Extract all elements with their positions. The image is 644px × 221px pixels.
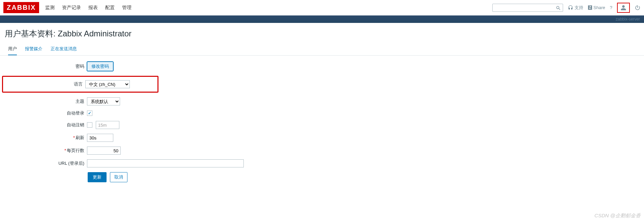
- header-right: 支持 Z Share ?: [492, 3, 641, 13]
- nav-reports[interactable]: 报表: [88, 5, 98, 11]
- label-auto-login: 自动登录: [0, 110, 87, 116]
- row-password: 密码 修改密码: [0, 62, 644, 71]
- search-wrap: [492, 4, 563, 12]
- url-after-login-input[interactable]: [87, 159, 244, 167]
- row-language-highlight: 语言 中文 (zh_CN): [2, 76, 158, 93]
- label-refresh: *刷新: [0, 135, 87, 141]
- headset-icon: [568, 5, 573, 10]
- sub-header-bar: zabbix-server: [0, 15, 644, 23]
- search-input[interactable]: [492, 4, 563, 12]
- cancel-button[interactable]: 取消: [110, 172, 127, 182]
- auto-logout-checkbox[interactable]: [87, 122, 92, 128]
- support-label: 支持: [575, 5, 583, 11]
- update-button[interactable]: 更新: [88, 172, 107, 182]
- refresh-input[interactable]: [87, 134, 113, 142]
- logout-button[interactable]: [635, 5, 641, 11]
- share-link[interactable]: Z Share: [588, 5, 605, 10]
- nav-inventory[interactable]: 资产记录: [62, 5, 81, 11]
- row-rows-per-page: *每页行数: [0, 147, 644, 155]
- row-refresh: *刷新: [0, 134, 644, 142]
- search-icon[interactable]: [556, 5, 561, 12]
- tab-media[interactable]: 报警媒介: [25, 43, 42, 55]
- user-profile-button[interactable]: [617, 3, 630, 13]
- power-icon: [635, 5, 641, 11]
- label-rows: *每页行数: [0, 148, 87, 154]
- main-nav: 监测 资产记录 报表 配置 管理: [45, 5, 492, 11]
- label-theme: 主题: [0, 98, 87, 104]
- support-link[interactable]: 支持: [568, 5, 583, 11]
- zabbix-logo[interactable]: ZABBIX: [3, 2, 39, 13]
- row-url: URL (登录后): [0, 159, 644, 167]
- nav-monitoring[interactable]: 监测: [45, 5, 55, 11]
- auto-login-checkbox[interactable]: [87, 110, 92, 116]
- label-language: 语言: [3, 81, 85, 87]
- language-select[interactable]: 中文 (zh_CN): [85, 80, 130, 88]
- user-profile-form: 密码 修改密码 语言 中文 (zh_CN) 主题 系统默认 自动登录 自动注销 …: [0, 56, 644, 192]
- row-auto-login: 自动登录: [0, 110, 644, 116]
- share-label: Share: [593, 5, 605, 10]
- label-auto-logout: 自动注销: [0, 122, 87, 128]
- auto-logout-input: [96, 121, 119, 129]
- label-url: URL (登录后): [0, 160, 87, 166]
- change-password-button[interactable]: 修改密码: [87, 62, 113, 71]
- theme-select[interactable]: 系统默认: [87, 97, 120, 105]
- page-title: 用户基本资料: Zabbix Administrator: [0, 23, 644, 43]
- user-icon: [620, 5, 626, 11]
- form-tabs: 用户 报警媒介 正在发送消息: [0, 43, 644, 56]
- tab-user[interactable]: 用户: [8, 43, 17, 55]
- row-auto-logout: 自动注销: [0, 121, 644, 129]
- tab-messaging[interactable]: 正在发送消息: [51, 43, 77, 55]
- rows-per-page-input[interactable]: [87, 147, 121, 155]
- help-link[interactable]: ?: [610, 5, 612, 10]
- z-icon: Z: [588, 5, 592, 10]
- form-actions: 更新 取消: [88, 172, 644, 182]
- row-theme: 主题 系统默认: [0, 97, 644, 105]
- nav-configuration[interactable]: 配置: [105, 5, 115, 11]
- nav-administration[interactable]: 管理: [122, 5, 131, 11]
- label-password: 密码: [0, 63, 87, 69]
- top-header: ZABBIX 监测 资产记录 报表 配置 管理 支持 Z Share ?: [0, 0, 644, 15]
- server-name-label: zabbix-server: [616, 17, 640, 22]
